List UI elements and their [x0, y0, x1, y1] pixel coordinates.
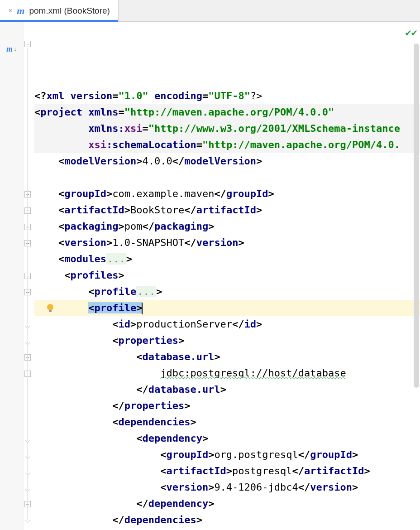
code-line[interactable]: <id>productionServer</id> [34, 316, 420, 332]
fold-toggle[interactable] [24, 191, 31, 198]
code-line[interactable]: </profile> [34, 528, 420, 530]
close-icon[interactable]: × [8, 7, 12, 15]
intention-bulb-icon[interactable] [46, 304, 54, 312]
code-line[interactable]: <dependencies> [34, 414, 420, 430]
fold-toggle[interactable] [24, 354, 31, 361]
code-line[interactable]: <?xml version="1.0" encoding="UTF-8"?> [34, 88, 420, 104]
fold-toggle[interactable] [24, 501, 31, 507]
code-line[interactable]: <groupId>org.postgresql</groupId> [34, 447, 420, 463]
fold-toggle[interactable] [24, 224, 31, 230]
fold-toggle[interactable] [24, 273, 31, 279]
code-line[interactable]: <version>9.4-1206-jdbc4</version> [34, 479, 420, 496]
code-line[interactable] [34, 169, 420, 186]
code-line[interactable]: <profile...> [34, 284, 420, 300]
code-line[interactable]: <modules...> [34, 251, 420, 267]
code-line[interactable]: </dependency> [34, 496, 420, 512]
code-line[interactable]: <modelVersion>4.0.0</modelVersion> [34, 153, 420, 169]
code-line[interactable]: xmlns:xsi="http://www.w3.org/2001/XMLSch… [34, 120, 420, 137]
code-line[interactable]: <packaging>pom</packaging> [34, 218, 420, 235]
code-line[interactable]: <version>1.0-SNAPSHOT</version> [34, 235, 420, 251]
code-line[interactable]: jdbc:postgresql://host/database [34, 365, 420, 381]
fold-toggle[interactable] [24, 289, 31, 295]
text-cursor [142, 303, 143, 314]
code-line[interactable]: <project xmlns="http://maven.apache.org/… [34, 104, 420, 120]
editor-tab-pom[interactable]: × m pom.xml (BookStore) [0, 0, 119, 21]
code-line[interactable]: </properties> [34, 398, 420, 414]
fold-toggle[interactable] [24, 371, 31, 377]
fold-toggle[interactable] [24, 41, 31, 47]
fold-end-icon [25, 340, 30, 345]
fold-line [27, 48, 28, 520]
code-line[interactable]: <database.url> [34, 349, 420, 365]
tab-bar: × m pom.xml (BookStore) [0, 0, 420, 22]
code-line[interactable]: <artifactId>BookStore</artifactId> [34, 202, 420, 218]
fold-end-icon [25, 487, 30, 491]
maven-file-icon: m [17, 5, 24, 17]
fold-end-icon [25, 438, 30, 443]
fold-gutter [24, 22, 33, 530]
fold-end-icon [25, 517, 30, 522]
fold-end-icon [25, 323, 30, 328]
fold-end-icon [25, 470, 30, 475]
code-line[interactable]: <dependency> [34, 430, 420, 447]
code-line[interactable]: xsi:schemaLocation="http://maven.apache.… [34, 137, 420, 153]
code-line[interactable]: </database.url> [34, 381, 420, 398]
tab-title: pom.xml (BookStore) [29, 6, 110, 16]
fold-toggle[interactable] [24, 240, 31, 246]
fold-end-icon [25, 454, 30, 459]
maven-gutter-icon[interactable]: m↓ [6, 44, 17, 54]
code-editor[interactable]: ✔✔ <?xml version="1.0" encoding="UTF-8"?… [33, 22, 420, 530]
code-line[interactable]: <properties> [34, 332, 420, 349]
vertical-scrollbar[interactable] [414, 43, 419, 388]
gutter: m↓ [0, 22, 24, 530]
code-line[interactable]: <artifactId>postgresql</artifactId> [34, 463, 420, 479]
code-line[interactable]: </dependencies> [34, 512, 420, 528]
code-line[interactable]: <profiles> [34, 267, 420, 284]
code-line[interactable]: <groupId>com.example.maven</groupId> [34, 186, 420, 202]
code-line[interactable]: <profile> [34, 300, 420, 316]
inspection-ok-icon[interactable]: ✔✔ [406, 24, 418, 41]
fold-toggle[interactable] [24, 207, 31, 214]
